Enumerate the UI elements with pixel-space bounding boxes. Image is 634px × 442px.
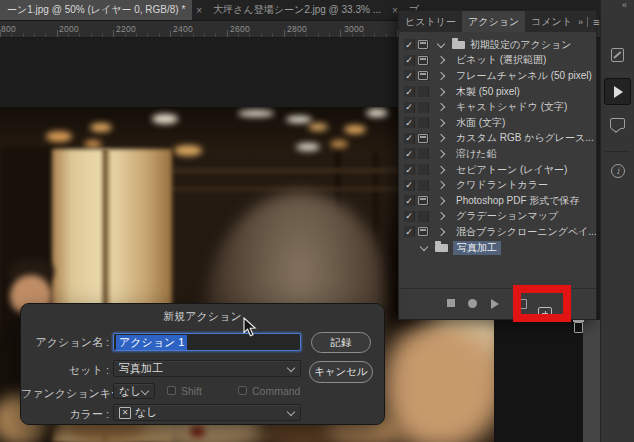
action-row[interactable]: ✓クワドラントカラー xyxy=(399,177,596,193)
close-tab-icon[interactable]: × xyxy=(192,5,206,16)
toggle-item-check[interactable]: ✓ xyxy=(404,195,415,206)
ruler-tick-label: 2800 xyxy=(287,24,307,34)
toggle-dialog-check[interactable] xyxy=(418,133,429,144)
action-row[interactable]: ✓グラデーションマップ xyxy=(399,209,596,225)
chevron-down-icon xyxy=(141,387,149,395)
stop-button[interactable] xyxy=(447,299,455,307)
toggle-dialog-check[interactable] xyxy=(418,117,429,128)
actions-panel-icon[interactable] xyxy=(604,78,631,105)
panel-menu-icon[interactable]: ≡ xyxy=(593,16,605,28)
new-action-dialog: 新規アクション アクション名 : アクション 1 記録 セット : 写真加工 キ… xyxy=(20,303,385,425)
action-row[interactable]: ✓フレームチャンネル (50 pixel) xyxy=(399,68,596,84)
chevron-right-icon[interactable] xyxy=(437,134,445,142)
record-button[interactable] xyxy=(468,299,477,308)
action-row[interactable]: ✓水面 (文字) xyxy=(399,115,596,131)
cancel-button[interactable]: キャンセル xyxy=(309,361,373,383)
document-tab[interactable]: 大坪さん登場シーン2.jpg @ 33.3% ... xyxy=(206,0,388,20)
function-key-dropdown[interactable]: なし xyxy=(113,383,155,399)
action-row[interactable]: ✓溶けた鉛 xyxy=(399,146,596,162)
toggle-dialog-check[interactable] xyxy=(418,86,429,97)
toggle-item-check[interactable]: ✓ xyxy=(404,211,415,222)
toggle-dialog-check[interactable] xyxy=(418,180,429,191)
toggle-item-check[interactable]: ✓ xyxy=(404,148,415,159)
toggle-dialog-check[interactable] xyxy=(418,102,429,113)
chevron-right-icon[interactable] xyxy=(437,119,445,127)
panel-tab[interactable]: ヒストリー xyxy=(399,11,462,32)
action-row[interactable]: ✓カスタム RGB からグレース... xyxy=(399,131,596,147)
pasteboard xyxy=(494,320,583,442)
toggle-item-check[interactable]: ✓ xyxy=(404,102,415,113)
check-icon: ✓ xyxy=(405,227,413,237)
action-row[interactable]: ✓混合ブラシクローニングペイ... xyxy=(399,224,596,240)
annotation-highlight-box xyxy=(513,285,571,322)
chevron-right-icon[interactable] xyxy=(437,103,445,111)
toggle-dialog-check[interactable] xyxy=(418,55,429,66)
chevron-down-icon[interactable] xyxy=(420,242,428,250)
toggle-item-check[interactable]: ✓ xyxy=(404,226,415,237)
toggle-dialog-check[interactable] xyxy=(418,226,429,237)
chevron-right-icon[interactable] xyxy=(437,212,445,220)
collapse-dock-icon[interactable]: « xyxy=(622,0,627,10)
chevron-right-icon[interactable] xyxy=(437,72,445,80)
toggle-dialog-check[interactable] xyxy=(418,70,429,81)
toggle-item-check[interactable]: ✓ xyxy=(404,86,415,97)
chevron-right-icon[interactable] xyxy=(437,150,445,158)
panel-overflow-icon[interactable]: » xyxy=(578,17,587,27)
toggle-dialog-check[interactable] xyxy=(418,39,429,50)
panel-tab[interactable]: アクション xyxy=(462,11,525,32)
action-row[interactable]: ✓Photoshop PDF 形式で保存 xyxy=(399,193,596,209)
action-row[interactable]: ✓キャストシャドウ (文字) xyxy=(399,99,596,115)
toggle-item-check[interactable]: ✓ xyxy=(404,70,415,81)
play-button[interactable] xyxy=(491,299,499,309)
history-panel-icon[interactable] xyxy=(611,48,624,62)
toggle-dialog-check[interactable] xyxy=(418,211,429,222)
dialog-toggle-icon xyxy=(418,196,428,205)
ruler-tick-label: 800 xyxy=(1,24,16,34)
ruler-tick-label: 2400 xyxy=(173,24,193,34)
toggle-item-check[interactable]: ✓ xyxy=(404,117,415,128)
chevron-right-icon[interactable] xyxy=(437,181,445,189)
info-panel-icon[interactable]: i xyxy=(611,164,625,178)
chevron-right-icon[interactable] xyxy=(437,56,445,64)
action-set-row[interactable]: 写真加工 xyxy=(399,240,596,256)
check-icon: ✓ xyxy=(405,180,413,190)
action-row[interactable]: ✓セピアトーン (レイヤー) xyxy=(399,162,596,178)
play-icon xyxy=(614,86,623,98)
action-set-row[interactable]: ✓初期設定のアクション xyxy=(399,37,596,53)
chevron-right-icon[interactable] xyxy=(437,196,445,204)
action-row[interactable]: ✓ビネット (選択範囲) xyxy=(399,53,596,69)
set-dropdown[interactable]: 写真加工 xyxy=(113,360,301,377)
action-name-value: アクション 1 xyxy=(116,335,187,350)
check-icon: ✓ xyxy=(405,40,413,50)
function-key-label: ファンクションキー : xyxy=(21,386,109,401)
toggle-item-check[interactable]: ✓ xyxy=(404,180,415,191)
toggle-item-check[interactable]: ✓ xyxy=(404,164,415,175)
panel-tab-strip: ヒストリーアクションコメント » ≡ xyxy=(399,11,596,32)
comments-panel-icon[interactable] xyxy=(610,118,625,129)
delete-button[interactable] xyxy=(574,322,583,333)
dialog-toggle-icon xyxy=(418,134,428,143)
chevron-right-icon[interactable] xyxy=(437,228,445,236)
action-label: 初期設定のアクション xyxy=(470,38,571,52)
toggle-dialog-check[interactable] xyxy=(418,148,429,159)
panel-tab[interactable]: コメント xyxy=(525,11,578,32)
toggle-dialog-check[interactable] xyxy=(418,195,429,206)
toggle-item-check[interactable]: ✓ xyxy=(404,55,415,66)
toggle-item-check[interactable]: ✓ xyxy=(404,133,415,144)
toggle-dialog-check[interactable] xyxy=(418,164,429,175)
folder-icon xyxy=(452,41,465,49)
folder-icon xyxy=(435,244,448,252)
action-name-input[interactable]: アクション 1 xyxy=(113,333,301,351)
action-label: クワドラントカラー xyxy=(456,178,548,192)
chevron-down-icon[interactable] xyxy=(437,40,445,48)
document-tab[interactable]: ーン1.jpg @ 50% (レイヤー 0, RGB/8) * xyxy=(0,0,192,20)
action-label: 溶けた鉛 xyxy=(456,147,496,161)
shift-checkbox[interactable] xyxy=(167,386,176,395)
toggle-item-check[interactable]: ✓ xyxy=(404,39,415,50)
command-checkbox[interactable] xyxy=(238,386,247,395)
color-dropdown[interactable]: ✕ なし xyxy=(113,404,301,421)
chevron-right-icon[interactable] xyxy=(437,87,445,95)
record-confirm-button[interactable]: 記録 xyxy=(311,332,371,353)
chevron-right-icon[interactable] xyxy=(437,165,445,173)
action-row[interactable]: ✓木製 (50 pixel) xyxy=(399,84,596,100)
